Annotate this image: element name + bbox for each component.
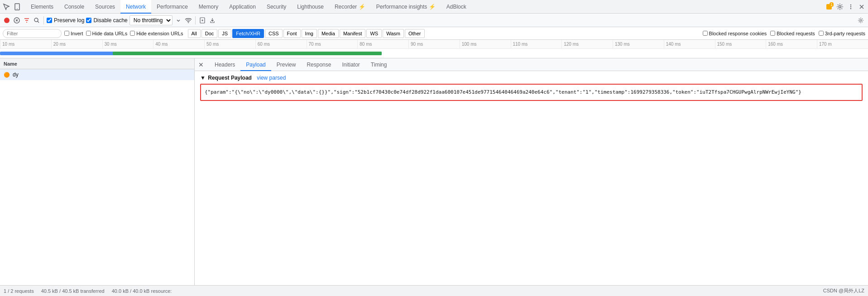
detail-tab-initiator[interactable]: Initiator — [336, 58, 365, 71]
import-har-icon[interactable] — [198, 16, 206, 24]
tab-security[interactable]: Security — [261, 0, 292, 14]
svg-point-10 — [188, 22, 189, 23]
ruler-tick: 170 m — [817, 40, 868, 48]
detail-tab-preview[interactable]: Preview — [271, 58, 302, 71]
network-toolbar: Preserve log Disable cache No throttling… — [0, 14, 868, 27]
detail-tab-payload[interactable]: Payload — [240, 58, 271, 71]
ruler-tick: 150 ms — [715, 40, 766, 48]
toolbar-sep-1 — [43, 16, 44, 24]
blocked-cookies-checkbox[interactable]: Blocked response cookies — [703, 31, 767, 36]
type-filter-buttons: All Doc JS Fetch/XHR CSS Font Img Media … — [188, 29, 425, 38]
section-arrow[interactable]: ▼ — [200, 75, 206, 81]
filter-bar: Invert Hide data URLs Hide extension URL… — [0, 27, 868, 40]
request-item-dy[interactable]: 🟠 dy — [0, 69, 194, 80]
devtools-tab-bar: Elements Console Sources Network Perform… — [0, 0, 868, 14]
filter-icon[interactable] — [23, 16, 31, 24]
tab-recorder[interactable]: Recorder ⚡ — [329, 0, 371, 14]
invert-checkbox[interactable]: Invert — [64, 31, 83, 36]
ruler-tick: 70 ms — [307, 40, 358, 48]
filter-input[interactable] — [3, 29, 62, 38]
detail-tab-headers[interactable]: Headers — [209, 58, 240, 71]
detail-tab-timing[interactable]: Timing — [365, 58, 393, 71]
stop-recording-icon[interactable] — [3, 16, 11, 24]
tab-memory[interactable]: Memory — [193, 0, 224, 14]
view-parsed-link[interactable]: view parsed — [257, 75, 286, 81]
tab-network[interactable]: Network — [120, 0, 151, 14]
svg-point-12 — [860, 19, 862, 21]
ruler-tick: 160 ms — [766, 40, 817, 48]
ruler-tick: 40 ms — [153, 40, 204, 48]
svg-point-6 — [850, 8, 851, 9]
ruler-tick: 50 ms — [204, 40, 255, 48]
tab-performance-insights[interactable]: Performance insights ⚡ — [371, 0, 441, 14]
toolbar-right — [856, 16, 865, 25]
disable-cache-checkbox[interactable]: Disable cache — [86, 17, 127, 24]
ruler-tick: 140 ms — [664, 40, 715, 48]
filter-right: Blocked response cookies Blocked request… — [703, 31, 865, 36]
detail-panel: ✕ Headers Payload Preview Response Initi… — [195, 58, 868, 287]
svg-point-5 — [850, 6, 851, 7]
close-devtools-icon[interactable] — [857, 2, 866, 11]
settings-network-icon[interactable] — [856, 16, 865, 25]
svg-point-9 — [34, 18, 38, 22]
tab-lighthouse[interactable]: Lighthouse — [292, 0, 329, 14]
type-btn-font[interactable]: Font — [283, 29, 301, 38]
payload-content: ▼ Request Payload view parsed {"param":"… — [195, 71, 868, 287]
tab-sources[interactable]: Sources — [90, 0, 120, 14]
svg-point-3 — [839, 5, 841, 8]
timeline-ruler: 10 ms20 ms30 ms40 ms50 ms60 ms70 ms80 ms… — [0, 40, 868, 49]
type-btn-manifest[interactable]: Manifest — [340, 29, 366, 38]
ruler-tick: 100 ms — [460, 40, 511, 48]
type-btn-ws[interactable]: WS — [366, 29, 382, 38]
svg-point-7 — [4, 18, 10, 23]
close-detail-button[interactable]: ✕ — [197, 60, 206, 69]
timeline-bar-green — [113, 52, 382, 55]
payload-data: {"param":"{\"no\":\"dy0000\",\"data\":{}… — [200, 84, 863, 101]
type-btn-doc[interactable]: Doc — [201, 29, 218, 38]
ruler-tick: 10 ms — [0, 40, 51, 48]
clear-icon[interactable] — [13, 16, 21, 24]
more-icon[interactable] — [846, 2, 855, 11]
notification-icon[interactable]: 1 — [825, 2, 834, 11]
throttle-dropdown-icon[interactable] — [174, 16, 182, 24]
search-icon[interactable] — [33, 16, 41, 24]
third-party-requests-checkbox[interactable]: 3rd-party requests — [819, 31, 865, 36]
type-btn-css[interactable]: CSS — [265, 29, 283, 38]
blocked-requests-checkbox[interactable]: Blocked requests — [770, 31, 815, 36]
request-list: Name 🟠 dy — [0, 58, 195, 287]
hide-data-urls-checkbox[interactable]: Hide data URLs — [86, 31, 128, 36]
tab-elements[interactable]: Elements — [25, 0, 59, 14]
throttle-select[interactable]: No throttling Fast 3G Slow 3G Offline — [129, 15, 173, 25]
type-btn-other[interactable]: Other — [405, 29, 425, 38]
settings-icon[interactable] — [835, 2, 844, 11]
tab-console[interactable]: Console — [59, 0, 90, 14]
ruler-tick: 90 ms — [408, 40, 460, 48]
status-bar: 1 / 2 requests 40.5 kB / 40.5 kB transfe… — [0, 285, 868, 287]
type-btn-img[interactable]: Img — [302, 29, 317, 38]
ruler-tick: 80 ms — [357, 40, 408, 48]
inspect-icon[interactable] — [2, 2, 11, 11]
svg-point-4 — [850, 4, 851, 5]
tab-application[interactable]: Application — [224, 0, 261, 14]
hide-extension-urls-checkbox[interactable]: Hide extension URLs — [130, 31, 183, 36]
ruler-tick: 20 ms — [51, 40, 102, 48]
type-btn-media[interactable]: Media — [318, 29, 339, 38]
svg-point-1 — [17, 8, 18, 9]
device-icon[interactable] — [13, 2, 22, 11]
type-btn-wasm[interactable]: Wasm — [383, 29, 404, 38]
type-btn-fetch-xhr[interactable]: Fetch/XHR — [232, 29, 264, 38]
detail-tab-response[interactable]: Response — [301, 58, 336, 71]
tabs-right-icons: 1 — [825, 2, 866, 11]
devtools-icons — [2, 2, 22, 11]
ruler-tick: 110 ms — [511, 40, 562, 48]
payload-section-header: ▼ Request Payload view parsed — [200, 75, 863, 81]
wifi-icon[interactable] — [184, 16, 192, 24]
preserve-log-checkbox[interactable]: Preserve log — [47, 17, 84, 24]
toolbar-sep-2 — [195, 16, 196, 24]
type-btn-all[interactable]: All — [188, 29, 201, 38]
tab-performance[interactable]: Performance — [151, 0, 193, 14]
type-btn-js[interactable]: JS — [218, 29, 231, 38]
export-har-icon[interactable] — [208, 16, 216, 24]
tab-adblock[interactable]: AdBlock — [441, 0, 472, 14]
detail-tabs: ✕ Headers Payload Preview Response Initi… — [195, 58, 868, 71]
